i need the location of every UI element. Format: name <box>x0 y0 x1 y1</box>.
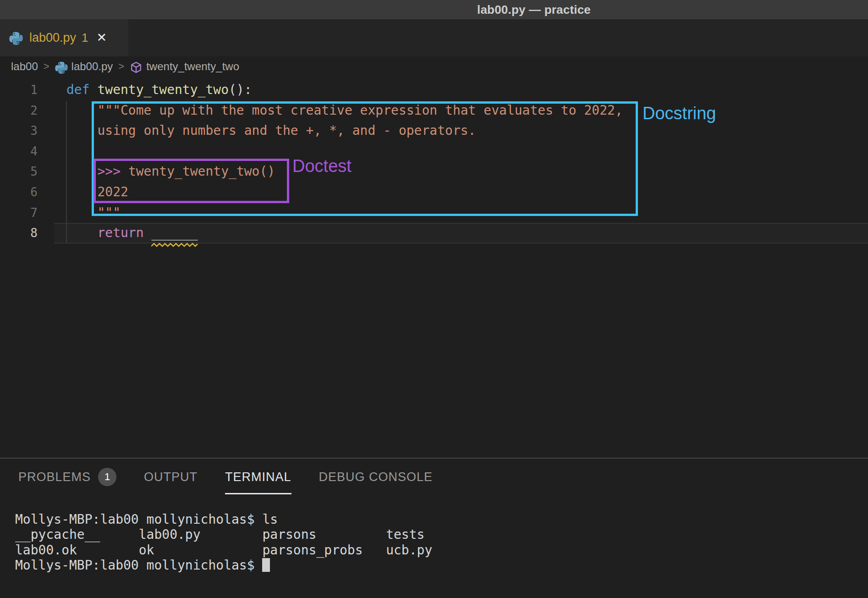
active-tab-underline <box>225 493 291 494</box>
code-token: def <box>66 82 97 97</box>
gutter: 12345678 <box>0 80 38 244</box>
warning-squiggle-icon <box>151 243 198 247</box>
terminal-line: lab00.ok ok parsons_probs ucb.py <box>15 543 432 558</box>
code-token: twenty_twenty_two <box>97 82 229 97</box>
panel-tab-label: PROBLEMS <box>18 470 91 484</box>
terminal-line: Mollys-MBP:lab00 mollynicholas$ <box>15 558 432 573</box>
warning-underlined-token: ______ <box>151 223 198 244</box>
code-token: (): <box>229 82 252 97</box>
code-token <box>66 225 97 240</box>
panel-tab-bar: PROBLEMS1OUTPUTTERMINALDEBUG CONSOLE <box>18 459 460 495</box>
doctest-annotation-box <box>93 159 289 203</box>
line-number: 1 <box>0 80 38 100</box>
code-token <box>144 225 152 240</box>
vscode-window: lab00.py — practice lab00.py 1 ✕ lab00 >… <box>0 0 868 598</box>
panel-tab-output[interactable]: OUTPUT <box>144 459 198 495</box>
line-number: 4 <box>0 141 38 162</box>
terminal-cursor[interactable] <box>262 558 270 572</box>
line-number: 3 <box>0 121 38 141</box>
panel-tab-terminal[interactable]: TERMINAL <box>225 459 291 495</box>
panel-tab-label: OUTPUT <box>144 470 198 484</box>
panel-tab-problems[interactable]: PROBLEMS1 <box>18 459 116 495</box>
editor[interactable]: 12345678 def twenty_twenty_two(): """Com… <box>0 0 868 458</box>
docstring-annotation-label: Docstring <box>643 104 716 123</box>
panel-tab-debug-console[interactable]: DEBUG CONSOLE <box>319 459 433 495</box>
line-number: 8 <box>0 223 38 244</box>
line-number: 6 <box>0 182 38 203</box>
doctest-annotation-label: Doctest <box>292 156 352 176</box>
code-token: return <box>97 225 143 240</box>
terminal-line: Mollys-MBP:lab00 mollynicholas$ ls <box>15 512 432 527</box>
panel-tab-label: DEBUG CONSOLE <box>319 470 433 484</box>
panel-tab-label: TERMINAL <box>225 470 291 484</box>
code-line[interactable]: def twenty_twenty_two(): <box>66 80 623 100</box>
problems-count-badge: 1 <box>98 468 116 486</box>
line-number: 7 <box>0 203 38 223</box>
line-number: 2 <box>0 100 38 121</box>
line-number: 5 <box>0 161 38 182</box>
terminal-line: __pycache__ lab00.py parsons tests <box>15 527 432 542</box>
terminal-output[interactable]: Mollys-MBP:lab00 mollynicholas$ ls__pyca… <box>15 512 432 573</box>
code-line[interactable]: return ______ <box>66 223 623 244</box>
